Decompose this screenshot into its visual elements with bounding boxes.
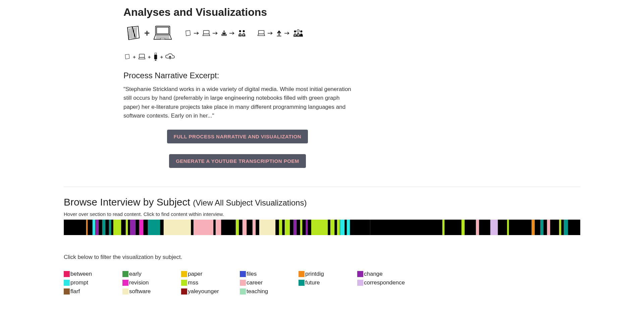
timeline-segment-empty[interactable] bbox=[247, 220, 252, 235]
timeline-segment-empty[interactable] bbox=[350, 220, 370, 235]
timeline-segment-prompt[interactable] bbox=[92, 220, 96, 235]
timeline-segment-career[interactable] bbox=[215, 220, 221, 235]
legend-item-change[interactable]: change bbox=[357, 271, 416, 277]
timeline-segment-empty[interactable] bbox=[191, 220, 193, 235]
timeline-segment-mss[interactable] bbox=[507, 220, 509, 235]
generate-poem-button[interactable]: GENERATE A YOUTUBE TRANSCRIPTION POEM bbox=[169, 154, 306, 168]
icon-group-storage: + + + bbox=[123, 53, 175, 61]
legend-item-mss[interactable]: mss bbox=[181, 279, 240, 286]
swatch-icon bbox=[181, 288, 187, 295]
timeline-segment-mss[interactable] bbox=[559, 220, 561, 235]
subject-timeline-strip[interactable] bbox=[64, 220, 580, 235]
timeline-segment-empty[interactable] bbox=[128, 220, 130, 235]
timeline-segment-empty[interactable] bbox=[498, 220, 507, 235]
timeline-segment-empty[interactable] bbox=[111, 220, 113, 235]
timeline-segment-empty[interactable] bbox=[88, 220, 92, 235]
timeline-segment-mss[interactable] bbox=[442, 220, 444, 235]
analyses-heading: Analyses and Visualizations bbox=[123, 6, 580, 18]
timeline-segment-empty[interactable] bbox=[479, 220, 490, 235]
timeline-segment-mss[interactable] bbox=[337, 220, 340, 235]
legend-item-early[interactable]: early bbox=[122, 271, 181, 277]
timeline-segment-empty[interactable] bbox=[105, 220, 109, 235]
timeline-segment-software[interactable] bbox=[163, 220, 191, 235]
timeline-segment-empty[interactable] bbox=[328, 220, 330, 235]
timeline-segment-empty[interactable] bbox=[213, 220, 216, 235]
timeline-segment-empty[interactable] bbox=[370, 220, 442, 235]
legend-item-teaching[interactable]: teaching bbox=[240, 288, 299, 295]
full-process-button[interactable]: FULL PROCESS NARRATIVE AND VISUALIZATION bbox=[167, 130, 308, 143]
timeline-segment-empty[interactable] bbox=[121, 220, 125, 235]
svg-rect-6 bbox=[240, 34, 241, 36]
timeline-segment-career[interactable] bbox=[476, 220, 479, 235]
legend-item-flarf[interactable]: flarf bbox=[64, 288, 122, 295]
timeline-segment-empty[interactable] bbox=[509, 220, 531, 235]
timeline-segment-empty[interactable] bbox=[99, 220, 102, 235]
timeline-segment-empty[interactable] bbox=[143, 220, 148, 235]
timeline-segment-mss[interactable] bbox=[461, 220, 465, 235]
timeline-segment-prompt[interactable] bbox=[346, 220, 350, 235]
timeline-segment-empty[interactable] bbox=[64, 220, 86, 235]
timeline-segment-empty[interactable] bbox=[221, 220, 235, 235]
timeline-segment-empty[interactable] bbox=[568, 220, 580, 235]
legend-item-correspondence[interactable]: correspondence bbox=[357, 279, 416, 286]
timeline-segment-change[interactable] bbox=[306, 220, 308, 235]
timeline-segment-mss[interactable] bbox=[113, 220, 121, 235]
timeline-segment-empty[interactable] bbox=[275, 220, 279, 235]
timeline-segment-revision[interactable] bbox=[139, 220, 143, 235]
timeline-segment-future[interactable] bbox=[564, 220, 568, 235]
timeline-segment-software[interactable] bbox=[259, 220, 276, 235]
timeline-segment-correspondence[interactable] bbox=[490, 220, 498, 235]
timeline-segment-empty[interactable] bbox=[561, 220, 564, 235]
timeline-segment-mss[interactable] bbox=[235, 220, 239, 235]
timeline-segment-change[interactable] bbox=[293, 220, 297, 235]
legend-item-paper[interactable]: paper bbox=[181, 271, 240, 277]
timeline-segment-empty[interactable] bbox=[543, 220, 547, 235]
timeline-segment-empty[interactable] bbox=[334, 220, 337, 235]
timeline-segment-empty[interactable] bbox=[302, 220, 306, 235]
timeline-segment-printdig[interactable] bbox=[531, 220, 535, 235]
timeline-segment-empty[interactable] bbox=[160, 220, 163, 235]
legend-item-future[interactable]: future bbox=[299, 279, 357, 286]
timeline-segment-empty[interactable] bbox=[535, 220, 540, 235]
timeline-segment-empty[interactable] bbox=[465, 220, 476, 235]
timeline-segment-empty[interactable] bbox=[344, 220, 347, 235]
legend-item-software[interactable]: software bbox=[122, 288, 181, 295]
timeline-segment-mss[interactable] bbox=[125, 220, 128, 235]
legend-item-revision[interactable]: revision bbox=[122, 279, 181, 286]
timeline-segment-mss[interactable] bbox=[284, 220, 290, 235]
timeline-segment-change[interactable] bbox=[95, 220, 99, 235]
plus-small-icon: + bbox=[133, 54, 136, 60]
timeline-segment-future[interactable] bbox=[102, 220, 105, 235]
icon-group-inquiry: ? bbox=[257, 29, 304, 38]
timeline-segment-mss[interactable] bbox=[300, 220, 302, 235]
timeline-segment-empty[interactable] bbox=[239, 220, 242, 235]
timeline-segment-career[interactable] bbox=[242, 220, 247, 235]
timeline-segment-empty[interactable] bbox=[550, 220, 559, 235]
timeline-segment-empty[interactable] bbox=[308, 220, 311, 235]
timeline-segment-empty[interactable] bbox=[290, 220, 293, 235]
legend-item-files[interactable]: files bbox=[240, 271, 299, 277]
browse-heading-link[interactable]: (View All Subject Visualizations) bbox=[193, 198, 307, 207]
timeline-segment-change[interactable] bbox=[130, 220, 136, 235]
timeline-segment-career[interactable] bbox=[252, 220, 256, 235]
timeline-segment-empty[interactable] bbox=[444, 220, 461, 235]
timeline-segment-mss[interactable] bbox=[279, 220, 282, 235]
timeline-segment-prompt[interactable] bbox=[340, 220, 344, 235]
timeline-segment-empty[interactable] bbox=[282, 220, 284, 235]
legend-item-yaleyounger[interactable]: yaleyounger bbox=[181, 288, 240, 295]
legend-item-between[interactable]: between bbox=[64, 271, 122, 277]
timeline-segment-future[interactable] bbox=[148, 220, 160, 235]
legend-item-prompt[interactable]: prompt bbox=[64, 279, 122, 286]
timeline-segment-future[interactable] bbox=[540, 220, 543, 235]
timeline-segment-future[interactable] bbox=[109, 220, 111, 235]
timeline-segment-career[interactable] bbox=[547, 220, 550, 235]
timeline-segment-empty[interactable] bbox=[297, 220, 300, 235]
timeline-segment-career[interactable] bbox=[193, 220, 213, 235]
timeline-segment-mss[interactable] bbox=[330, 220, 334, 235]
timeline-segment-mss[interactable] bbox=[311, 220, 328, 235]
timeline-segment-empty[interactable] bbox=[256, 220, 259, 235]
legend-item-career[interactable]: career bbox=[240, 279, 299, 286]
legend-label: change bbox=[364, 271, 383, 277]
legend-item-printdig[interactable]: printdig bbox=[299, 271, 357, 277]
timeline-segment-empty[interactable] bbox=[136, 220, 139, 235]
